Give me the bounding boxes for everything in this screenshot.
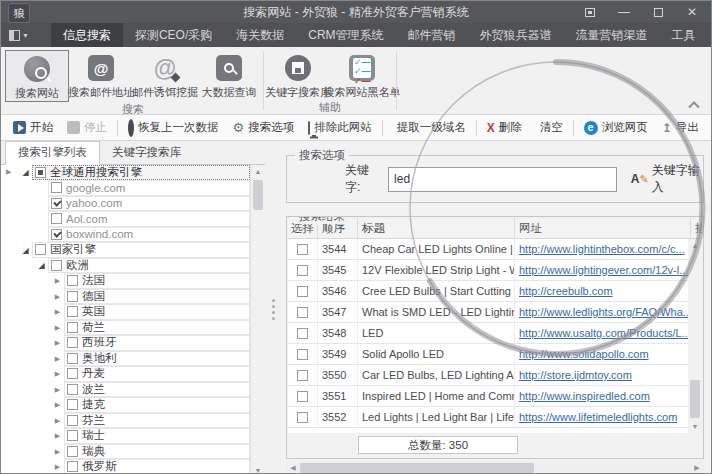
row-checkbox[interactable] [297, 265, 308, 276]
toolbar-button-exclude-this-site[interactable]: 排除此网站 [302, 118, 378, 138]
tree-item[interactable]: ▶荷兰 [19, 320, 250, 336]
table-row[interactable]: 354512V Flexible LED Strip Light - Wa...… [288, 260, 688, 281]
checkbox[interactable] [67, 446, 78, 457]
checkbox[interactable] [51, 198, 62, 209]
tree-item[interactable]: yahoo.com [19, 196, 250, 212]
panel-tab-0[interactable]: 搜索引擎列表 [5, 141, 100, 165]
checkbox[interactable] [67, 306, 78, 317]
keyword-entry-button[interactable]: A✎ 关键字输入 [631, 162, 703, 196]
table-row[interactable]: 3544Cheap Car LED Lights Online | Ca...h… [288, 239, 688, 260]
tree-item[interactable]: ▶波兰 [19, 382, 250, 398]
tree-expander-icon[interactable]: ▶ [51, 324, 64, 332]
menu-tab-6[interactable]: 流量营销渠道 [564, 23, 660, 47]
table-row[interactable]: 3549Solid Apollo LEDhttp://www.solidapol… [288, 344, 688, 365]
menu-tab-1[interactable]: 探测CEO/采购 [123, 23, 224, 47]
scroll-down-icon[interactable]: ▼ [251, 464, 265, 474]
row-url-link[interactable]: http://www.lightingever.com/12v-l... [519, 264, 688, 276]
row-url-link[interactable]: http://creebulb.com [519, 285, 613, 297]
column-header-4[interactable]: 描 [691, 218, 702, 238]
tree-item[interactable]: ▶西班牙 [19, 336, 250, 352]
horizontal-scrollbar[interactable]: ◀ ▶ [286, 461, 704, 474]
checkbox[interactable] [67, 291, 78, 302]
checkbox[interactable] [67, 415, 78, 426]
toolbar-button-stop[interactable]: 停止 [61, 118, 113, 138]
checkbox[interactable] [67, 399, 78, 410]
row-checkbox[interactable] [297, 244, 308, 255]
toolbar-button-restore-last-data[interactable]: 恢复上一次数据 [122, 118, 225, 138]
menu-tab-3[interactable]: CRM管理系统 [296, 23, 395, 47]
row-checkbox[interactable] [297, 307, 308, 318]
ribbon-button-email-bait-mining[interactable]: @邮件诱饵挖掘 [133, 50, 197, 102]
toolbar-button-clear[interactable]: 清空 [530, 118, 569, 138]
tree-expander-icon[interactable]: ▶ [51, 386, 64, 394]
tree-expander-icon[interactable]: ▶ [51, 339, 64, 347]
tree-item[interactable]: ▶芬兰 [19, 413, 250, 429]
tree-scrollbar[interactable]: ▲ ▼ [251, 165, 265, 474]
table-row[interactable]: 3550Car LED Bulbs, LED Lighting Acc...ht… [288, 365, 688, 386]
row-url-link[interactable]: http://www.lightinthebox.com/c/c... [519, 243, 685, 255]
checkbox[interactable] [67, 384, 78, 395]
maximize-button[interactable] [643, 2, 673, 22]
minimize-button[interactable]: — [609, 2, 639, 22]
menu-tab-5[interactable]: 外贸狼兵器谱 [468, 23, 564, 47]
tree-expander-icon[interactable]: ◢ [19, 168, 32, 177]
ribbon-button-keyword-search-library[interactable]: 关键字搜索库 [266, 50, 330, 100]
tree-expander-icon[interactable]: ▶ [51, 293, 64, 301]
tree-item[interactable]: ▶瑞典 [19, 444, 250, 460]
menu-tab-7[interactable]: 工具 [660, 23, 708, 47]
checkbox[interactable] [35, 167, 46, 178]
tree-expander-icon[interactable]: ▶ [51, 417, 64, 425]
tree-item[interactable]: ▶奥地利 [19, 351, 250, 367]
row-checkbox[interactable] [297, 412, 308, 423]
checkbox[interactable] [67, 368, 78, 379]
tree-item[interactable]: Aol.com [19, 212, 250, 228]
tree-expander-icon[interactable]: ▶ [51, 432, 64, 440]
row-url-link[interactable]: https://www.lifetimeledlights.com [519, 411, 677, 423]
tree-expander-icon[interactable]: ▶ [51, 370, 64, 378]
row-url-link[interactable]: http://www.usaltg.com/Products/L... [519, 327, 688, 339]
scroll-down-icon[interactable]: ▼ [688, 420, 702, 433]
scrollbar-thumb[interactable] [300, 463, 534, 473]
toolbar-button-browse-webpage[interactable]: e浏览网页 [578, 118, 654, 138]
tree-expander-icon[interactable]: ▶ [51, 463, 64, 471]
checkbox[interactable] [67, 275, 78, 286]
tree-item[interactable]: ◢国家引擎 [19, 243, 250, 259]
checkbox[interactable] [51, 229, 62, 240]
row-expander-icon[interactable]: ▶ [6, 168, 11, 176]
table-row[interactable]: 3548LEDhttp://www.usaltg.com/Products/L.… [288, 323, 688, 344]
toolbar-button-extract-top-domain[interactable]: 提取一级域名 [387, 118, 472, 138]
panel-tab-1[interactable]: 关键字搜索库 [100, 142, 193, 164]
ribbon-collapse-icon[interactable] [687, 99, 701, 109]
checkbox[interactable] [67, 322, 78, 333]
scroll-up-icon[interactable]: ▲ [688, 239, 702, 252]
ribbon-button-search-website[interactable]: 搜索网站 [5, 50, 69, 102]
checkbox[interactable] [35, 244, 46, 255]
checkbox[interactable] [67, 353, 78, 364]
tree-expander-icon[interactable]: ▶ [51, 401, 64, 409]
tree-item[interactable]: ▶法国 [19, 274, 250, 290]
toolbar-button-search-options[interactable]: ⚙搜索选项 [227, 118, 301, 138]
tree-item[interactable]: ▶英国 [19, 305, 250, 321]
checkbox[interactable] [67, 337, 78, 348]
tree-item[interactable]: ▶◢全球通用搜索引擎 [19, 165, 250, 181]
scroll-left-icon[interactable]: ◀ [286, 461, 300, 474]
toolbar-button-start[interactable]: 开始 [7, 118, 59, 138]
scrollbar-thumb[interactable] [253, 180, 263, 210]
ribbon-button-big-data-query[interactable]: 大数据查询 [197, 50, 261, 102]
row-checkbox[interactable] [297, 349, 308, 360]
tree-item[interactable]: ◢欧洲 [19, 258, 250, 274]
table-row[interactable]: 3546Cree LED Bulbs | Start Cutting Y...h… [288, 281, 688, 302]
ribbon-button-website-blacklist[interactable]: ✓—✓—✓—搜索网站黑名单 [330, 50, 394, 100]
column-header-2[interactable]: 标题 [358, 218, 515, 238]
checkbox[interactable] [51, 213, 62, 224]
column-header-3[interactable]: 网址 [515, 218, 691, 238]
keyword-input[interactable] [388, 167, 617, 192]
tree-expander-icon[interactable]: ▶ [51, 308, 64, 316]
toolbar-button-export[interactable]: ↥导出 [656, 118, 705, 138]
app-menu-button[interactable]: ▼ [9, 26, 29, 44]
row-url-link[interactable]: http://www.inspiredled.com [519, 390, 650, 402]
tree-item[interactable]: ▶俄罗斯 [19, 460, 250, 474]
tree-item[interactable]: boxwind.com [19, 227, 250, 243]
table-row[interactable]: 3547What is SMD LED - LED Lighting ...ht… [288, 302, 688, 323]
tree-expander-icon[interactable]: ▶ [51, 277, 64, 285]
